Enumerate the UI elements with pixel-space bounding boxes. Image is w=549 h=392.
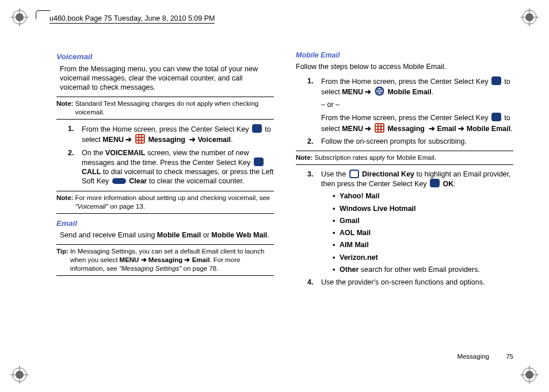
note-subscription: Note: Subscription rates apply for Mobil… <box>296 151 513 165</box>
crop-mark-top-left <box>10 8 29 26</box>
email-intro: Send and receive Email using Mobile Emai… <box>60 230 274 240</box>
crop-mark-top-right <box>520 8 539 26</box>
note-text: Subscription rates apply for Mobile Emai… <box>314 153 513 162</box>
note-text: Standard Text Messaging charges do not a… <box>75 99 274 117</box>
center-select-key-icon <box>252 124 262 133</box>
note-voicemail-charges: Note: Standard Text Messaging charges do… <box>56 97 274 120</box>
mobile-email-steps-2: Use the Directional Key to highlight an … <box>307 170 513 287</box>
crop-mark-bottom-left <box>10 366 29 384</box>
center-select-key-icon <box>491 76 501 85</box>
note-text: For more information about setting up an… <box>75 194 274 211</box>
center-select-key-icon <box>254 157 264 166</box>
svg-rect-33 <box>376 127 378 129</box>
svg-rect-17 <box>136 135 138 137</box>
footer-section: Messaging <box>457 353 489 360</box>
voicemail-step-2: On the VOICEMAIL screen, view the number… <box>68 148 274 186</box>
mobile-email-step-1: From the Home screen, press the Center S… <box>307 76 513 133</box>
svg-rect-31 <box>379 124 380 126</box>
crop-mark-bottom-right <box>520 366 539 384</box>
svg-rect-30 <box>376 124 378 126</box>
heading-mobile-email: Mobile Email <box>296 51 513 60</box>
svg-rect-23 <box>136 141 138 143</box>
svg-rect-35 <box>382 127 383 129</box>
menu-icon <box>375 123 384 133</box>
svg-rect-24 <box>139 141 141 143</box>
note-label: Note: <box>56 99 73 117</box>
mobile-email-steps-1: From the Home screen, press the Center S… <box>307 76 513 147</box>
provider-gmail: Gmail <box>333 216 513 225</box>
tip-text: In Messaging Settings, you can set a def… <box>70 247 274 273</box>
provider-verizon: Verizon.net <box>333 253 513 262</box>
mobile-email-step-4: Use the provider's on-screen functions a… <box>307 278 513 287</box>
voicemail-intro: From the Messaging menu, you can view th… <box>60 64 274 93</box>
provider-wlh: Windows Live Hotmail <box>333 204 513 213</box>
menu-icon <box>135 134 145 144</box>
svg-rect-21 <box>139 138 141 140</box>
directional-key-icon <box>349 170 359 178</box>
svg-rect-32 <box>382 124 383 126</box>
book-header: u460.book Page 75 Tuesday, June 8, 2010 … <box>49 14 215 24</box>
mobile-email-intro: Follow the steps below to access Mobile … <box>296 62 513 71</box>
svg-rect-19 <box>142 135 144 137</box>
provider-yahoo: Yahoo! Mail <box>333 191 513 201</box>
svg-rect-18 <box>139 135 141 137</box>
note-voicemail-ref: Note: For more information about setting… <box>56 191 274 214</box>
svg-rect-36 <box>376 130 378 132</box>
left-soft-key-icon <box>112 178 126 184</box>
provider-aim: AIM Mail <box>333 240 513 249</box>
center-select-key-icon <box>491 113 501 121</box>
page-body: Voicemail From the Messaging menu, you c… <box>56 51 513 346</box>
note-label: Note: <box>296 153 312 162</box>
media-center-icon <box>375 86 384 96</box>
svg-rect-25 <box>142 141 144 143</box>
heading-email: Email <box>56 218 274 229</box>
svg-rect-38 <box>382 130 383 132</box>
center-select-key-icon <box>430 179 440 187</box>
left-column: Voicemail From the Messaging menu, you c… <box>56 51 274 346</box>
page-footer: Messaging 75 <box>457 353 513 360</box>
provider-list: Yahoo! Mail Windows Live Hotmail Gmail A… <box>333 191 513 274</box>
note-label: Note: <box>56 194 73 211</box>
footer-page-number: 75 <box>506 353 513 360</box>
provider-aol: AOL Mail <box>333 228 513 237</box>
tip-label: Tip: <box>56 247 68 273</box>
book-corner-icon <box>36 10 50 19</box>
provider-other: Other search for other web Email provide… <box>333 265 513 274</box>
mobile-email-step-2: Follow the on-screen prompts for subscri… <box>307 137 513 146</box>
svg-rect-37 <box>379 130 380 132</box>
svg-rect-22 <box>142 138 144 140</box>
svg-rect-20 <box>136 138 138 140</box>
voicemail-steps: From the Home screen, press the Center S… <box>68 124 274 186</box>
voicemail-step-1: From the Home screen, press the Center S… <box>68 124 274 145</box>
right-column: Mobile Email Follow the steps below to a… <box>296 51 513 346</box>
svg-rect-34 <box>379 127 380 129</box>
heading-voicemail: Voicemail <box>56 52 274 62</box>
tip-email: Tip: In Messaging Settings, you can set … <box>56 244 274 276</box>
mobile-email-step-3: Use the Directional Key to highlight an … <box>307 170 513 274</box>
